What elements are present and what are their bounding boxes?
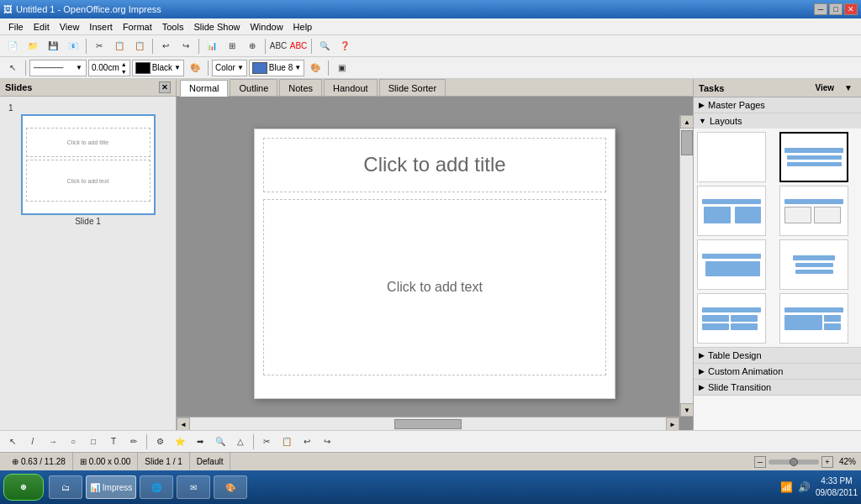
fill-color-selector[interactable]: Blue 8 ▼ (249, 60, 304, 76)
effects-tool[interactable]: ⚙ (151, 433, 169, 451)
ellipse-tool[interactable]: ○ (64, 433, 82, 451)
layouts-header[interactable]: ▼ Layouts (694, 113, 861, 129)
zoom-in-button[interactable]: + (821, 456, 833, 468)
layout-blank[interactable] (697, 132, 766, 182)
line-tool[interactable]: / (24, 433, 42, 451)
menu-insert[interactable]: Insert (84, 20, 118, 34)
scroll-left-button[interactable]: ◄ (177, 417, 190, 430)
save-button[interactable]: 💾 (44, 37, 62, 55)
layout-title-only[interactable] (697, 239, 766, 290)
line-width-control[interactable]: 0.00cm ▲ ▼ (88, 60, 130, 76)
select-tool[interactable]: ↖ (3, 59, 22, 77)
layout-title-content[interactable] (779, 132, 848, 182)
scroll-track-v[interactable] (680, 129, 693, 403)
menu-file[interactable]: File (3, 20, 29, 34)
menu-help[interactable]: Help (288, 20, 318, 34)
menu-format[interactable]: Format (118, 20, 157, 34)
open-button[interactable]: 📁 (24, 37, 42, 55)
tasks-view-arrow[interactable]: ▼ (841, 81, 856, 94)
menu-tools[interactable]: Tools (157, 20, 189, 34)
cut-button[interactable]: ✂ (90, 37, 108, 55)
table-button[interactable]: ⊞ (223, 37, 241, 55)
line-width-down[interactable]: ▼ (121, 68, 127, 76)
zoom-out-button[interactable]: ─ (754, 456, 766, 468)
taskbar-chrome[interactable]: 🌐 (140, 475, 173, 499)
rect-tool[interactable]: □ (84, 433, 103, 451)
line-style-dropdown[interactable]: ───── ▼ (29, 60, 87, 76)
undo-tool[interactable]: ↩ (298, 433, 316, 451)
layout-four[interactable] (697, 293, 766, 344)
arrow-tool[interactable]: → (44, 433, 62, 451)
start-button[interactable]: ⊕ (3, 474, 44, 501)
undo-button[interactable]: ↩ (156, 37, 175, 55)
cut-tool[interactable]: ✂ (257, 433, 276, 451)
zoom-tool[interactable]: 🔍 (211, 433, 230, 451)
fill-type-selector[interactable]: Color ▼ (212, 60, 247, 76)
layout-centered[interactable] (779, 239, 848, 290)
help-button[interactable]: ❓ (335, 37, 354, 55)
scroll-thumb-v[interactable] (681, 130, 693, 155)
copy-button[interactable]: 📋 (110, 37, 129, 55)
slides-panel-close[interactable]: ✕ (159, 81, 171, 93)
tasks-view-button[interactable]: View (811, 81, 837, 94)
slide-text-placeholder[interactable]: Click to add text (263, 199, 606, 375)
master-pages-header[interactable]: ▶ Master Pages (694, 97, 861, 113)
copy-tool[interactable]: 📋 (277, 433, 296, 451)
scroll-up-button[interactable]: ▲ (680, 115, 693, 129)
menu-slideshow[interactable]: Slide Show (188, 20, 245, 34)
scroll-thumb-h[interactable] (394, 419, 462, 429)
zoom-slider[interactable] (769, 459, 819, 465)
zoom-thumb[interactable] (790, 458, 798, 466)
slide-transition-header[interactable]: ▶ Slide Transition (694, 380, 861, 395)
spellcheck2-button[interactable]: ABC (289, 37, 308, 55)
tab-notes[interactable]: Notes (279, 79, 322, 96)
text-tool[interactable]: T (104, 433, 123, 451)
color-arrow: ▼ (174, 64, 181, 71)
system-clock[interactable]: 4:33 PM 09/08/2011 (816, 475, 858, 499)
taskbar-file-manager[interactable]: 🗂 (49, 475, 82, 499)
triangle-tool[interactable]: △ (231, 433, 250, 451)
slide-title-placeholder[interactable]: Click to add title (263, 138, 606, 192)
layout-title-two-col[interactable] (779, 186, 848, 236)
color-picker-btn[interactable]: 🎨 (186, 59, 204, 77)
slides-panel: Slides ✕ 1 Click to add title Click to a… (0, 79, 177, 430)
custom-animation-header[interactable]: ▶ Custom Animation (694, 364, 861, 379)
spellcheck-button[interactable]: ABC (269, 37, 288, 55)
zoom-button[interactable]: 🔍 (315, 37, 334, 55)
shadow-btn[interactable]: ▣ (332, 59, 351, 77)
line-width-up[interactable]: ▲ (121, 60, 127, 68)
pen-tool[interactable]: ✏ (124, 433, 143, 451)
connector-tool[interactable]: ➡ (191, 433, 209, 451)
redo-button[interactable]: ↪ (177, 37, 195, 55)
menu-view[interactable]: View (55, 20, 85, 34)
minimize-button[interactable]: ─ (814, 3, 827, 15)
layout-two-col[interactable] (697, 186, 766, 236)
table-design-header[interactable]: ▶ Table Design (694, 348, 861, 363)
paste-button[interactable]: 📋 (130, 37, 149, 55)
scroll-track-h[interactable] (190, 417, 666, 430)
pointer-tool[interactable]: ↖ (3, 433, 22, 451)
menu-window[interactable]: Window (245, 20, 288, 34)
close-button[interactable]: ✕ (844, 3, 858, 15)
taskbar-impress[interactable]: 📊 Impress (86, 475, 136, 499)
chart-button[interactable]: 📊 (203, 37, 221, 55)
maximize-button[interactable]: □ (829, 3, 843, 15)
taskbar-gimp[interactable]: 🎨 (214, 475, 247, 499)
grid-button[interactable]: ⊕ (243, 37, 261, 55)
fill-picker-btn[interactable]: 🎨 (306, 59, 325, 77)
tab-outline[interactable]: Outline (230, 79, 277, 96)
scroll-right-button[interactable]: ► (666, 417, 679, 430)
redo-tool[interactable]: ↪ (318, 433, 336, 451)
scroll-down-button[interactable]: ▼ (680, 403, 693, 417)
layout-six[interactable] (779, 293, 848, 344)
slide-1-thumbnail[interactable]: Click to add title Click to add text (21, 114, 156, 215)
color-selector[interactable]: Black ▼ (132, 60, 184, 76)
email-button[interactable]: 📧 (64, 37, 82, 55)
stars-tool[interactable]: ⭐ (171, 433, 189, 451)
menu-edit[interactable]: Edit (29, 20, 55, 34)
tab-normal[interactable]: Normal (180, 80, 228, 97)
new-button[interactable]: 📄 (3, 37, 22, 55)
tab-handout[interactable]: Handout (324, 79, 378, 96)
taskbar-thunderbird[interactable]: ✉ (177, 475, 210, 499)
tab-slide-sorter[interactable]: Slide Sorter (379, 79, 446, 96)
